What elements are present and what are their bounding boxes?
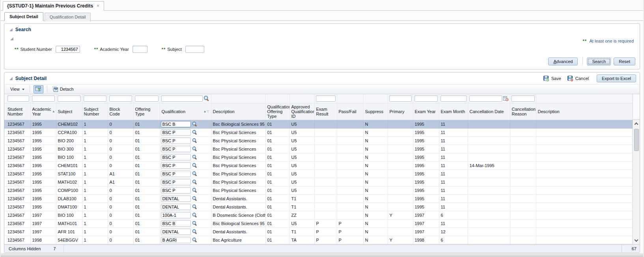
cell-exam-result[interactable]: P <box>314 227 337 236</box>
cell-suppress[interactable]: N <box>363 211 388 219</box>
disclosure-triangle-icon[interactable]: ◢ <box>9 76 13 80</box>
lookup-icon[interactable] <box>192 138 198 143</box>
cell-academic-year[interactable]: 1995 <box>30 136 56 145</box>
cell-description[interactable] <box>536 227 633 236</box>
cell-cancellation-date[interactable] <box>468 203 510 211</box>
cell-academic-year[interactable]: 1995 <box>30 186 56 194</box>
close-icon[interactable]: × <box>97 4 99 8</box>
cell-pass-fail[interactable] <box>337 161 363 169</box>
lookup-icon[interactable] <box>192 188 198 193</box>
cell-subject-number[interactable]: 1 <box>82 136 108 145</box>
cell-student-number[interactable]: 1234567 <box>4 219 30 227</box>
cell-description[interactable]: Bsc Agriculture <box>211 236 265 244</box>
lookup-icon[interactable] <box>192 163 198 168</box>
table-row[interactable]: 12345671995DLAB1001001Dental Assistants.… <box>4 194 633 203</box>
column-header-offering-type[interactable]: Offering Type <box>133 103 160 120</box>
lookup-icon[interactable] <box>192 121 198 127</box>
cell-primary[interactable] <box>388 153 413 161</box>
cell-subject[interactable]: CHEM102 <box>56 120 82 128</box>
filter-input-subject[interactable] <box>58 95 81 102</box>
cell-academic-year[interactable]: 1995 <box>30 153 56 161</box>
cell-exam-year[interactable]: 1997 <box>413 219 439 227</box>
cell-student-number[interactable]: 1234567 <box>4 128 30 136</box>
cell-qualification[interactable] <box>160 186 211 194</box>
cell-subject-number[interactable]: 1 <box>82 186 108 194</box>
detach-button[interactable]: Detach <box>51 86 75 93</box>
filter-input-block-code[interactable] <box>109 95 132 102</box>
document-tab[interactable]: {SSTUD7-1} Maintain Previous Credits × <box>3 1 104 11</box>
cell-qualification[interactable] <box>160 211 211 219</box>
qualification-input[interactable] <box>161 154 191 160</box>
cell-subject[interactable]: BIO 100 <box>56 211 82 219</box>
date-picker-icon[interactable] <box>503 96 509 101</box>
column-header-subject[interactable]: Subject <box>56 103 82 120</box>
cell-subject[interactable]: BIO 200 <box>56 136 82 145</box>
qualification-input[interactable] <box>161 220 191 227</box>
cell-primary[interactable] <box>388 128 413 136</box>
cell-cancellation-date[interactable] <box>468 145 510 153</box>
cell-offering-type[interactable]: 01 <box>133 136 160 145</box>
cell-cancellation-reason[interactable] <box>510 186 536 194</box>
cell-approved-qualification-id[interactable]: ZZ <box>289 211 314 219</box>
lookup-icon[interactable] <box>192 212 198 218</box>
sort-ascending-icon[interactable]: ▲ <box>203 110 206 113</box>
cell-subject[interactable]: DLAB100 <box>56 194 82 203</box>
cell-cancellation-date[interactable] <box>468 120 510 128</box>
cell-academic-year[interactable]: 1995 <box>30 161 56 169</box>
column-header-exam-year[interactable]: Exam Year <box>413 103 439 120</box>
cell-qualification[interactable] <box>160 136 211 145</box>
cell-description[interactable]: Dental Assistants. <box>211 203 265 211</box>
cell-description[interactable]: B Dosmestic Science (Clothin... <box>211 211 265 219</box>
cell-exam-month[interactable]: 6 <box>439 236 468 244</box>
cell-cancellation-reason[interactable] <box>510 153 536 161</box>
cell-exam-month[interactable]: 11 <box>439 203 468 211</box>
cell-cancellation-reason[interactable] <box>510 236 536 244</box>
cell-qualification-offering-type[interactable]: 01 <box>265 186 289 194</box>
cell-cancellation-date[interactable] <box>468 128 510 136</box>
cell-exam-month[interactable]: 11 <box>439 153 468 161</box>
cell-block-code[interactable]: A1 <box>108 169 133 178</box>
lookup-icon[interactable] <box>192 146 198 152</box>
cell-exam-year[interactable]: 1997 <box>413 227 439 236</box>
academic-year-input[interactable] <box>133 46 147 53</box>
cell-cancellation-reason[interactable] <box>510 178 536 186</box>
column-header-exam-result[interactable]: Exam Result <box>314 103 337 120</box>
cell-exam-year[interactable]: 1995 <box>413 145 439 153</box>
cell-exam-result[interactable] <box>314 203 337 211</box>
cell-subject[interactable]: STAT100 <box>56 169 82 178</box>
sort-icons[interactable]: ▲▽ <box>203 110 209 113</box>
cell-suppress[interactable]: N <box>363 186 388 194</box>
filter-input-exam-month[interactable] <box>441 95 467 102</box>
cell-subject-number[interactable]: 1 <box>82 145 108 153</box>
column-header-exam-month[interactable]: Exam Month <box>439 103 468 120</box>
qualification-input[interactable] <box>161 229 191 235</box>
cell-description[interactable] <box>536 161 633 169</box>
cell-pass-fail[interactable] <box>337 120 363 128</box>
cell-subject-number[interactable]: 1 <box>82 219 108 227</box>
cell-pass-fail[interactable] <box>337 211 363 219</box>
cell-qualification-offering-type[interactable]: 01 <box>265 236 289 244</box>
cell-subject-number[interactable]: 1 <box>82 153 108 161</box>
cell-description[interactable] <box>536 145 633 153</box>
cell-academic-year[interactable]: 1995 <box>30 169 56 178</box>
table-row[interactable]: 12345671995CHEM1021001Bsc Biological Sci… <box>4 120 633 128</box>
cell-exam-month[interactable]: 11 <box>439 145 468 153</box>
cell-approved-qualification-id[interactable]: U5 <box>289 219 314 227</box>
cell-qualification-offering-type[interactable]: 01 <box>265 211 289 219</box>
lookup-icon[interactable] <box>192 171 198 177</box>
cell-qualification[interactable] <box>160 227 211 236</box>
cell-offering-type[interactable]: 01 <box>133 178 160 186</box>
cell-suppress[interactable]: N <box>363 227 388 236</box>
cell-offering-type[interactable]: 01 <box>133 236 160 244</box>
cell-subject[interactable]: DMAT100 <box>56 203 82 211</box>
cell-offering-type[interactable]: 01 <box>133 219 160 227</box>
cell-pass-fail[interactable] <box>337 136 363 145</box>
cell-offering-type[interactable]: 01 <box>133 145 160 153</box>
lookup-icon[interactable] <box>192 155 198 160</box>
cell-suppress[interactable]: N <box>363 169 388 178</box>
lookup-icon[interactable] <box>192 196 198 201</box>
filter-input-academic-year[interactable] <box>32 95 55 102</box>
cell-cancellation-reason[interactable] <box>510 219 536 227</box>
cell-primary[interactable] <box>388 145 413 153</box>
cell-approved-qualification-id[interactable]: U5 <box>289 161 314 169</box>
